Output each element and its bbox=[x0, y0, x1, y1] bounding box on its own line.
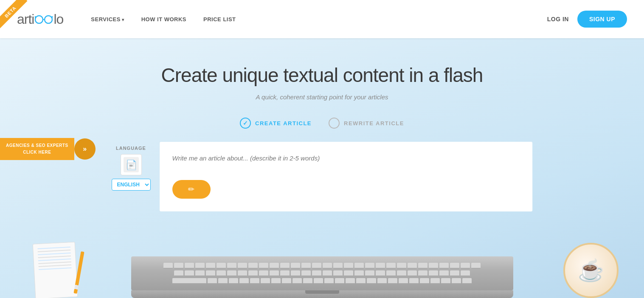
header: arti lo SERVICES HOW IT WORKS PRICE LIST… bbox=[0, 0, 644, 38]
key bbox=[195, 270, 205, 276]
key bbox=[227, 270, 236, 276]
notepad-line bbox=[37, 247, 70, 249]
header-right: LOG IN SIGN UP bbox=[547, 11, 627, 28]
key bbox=[238, 270, 247, 276]
nav-how-it-works[interactable]: HOW IT WORKS bbox=[135, 12, 193, 27]
key bbox=[333, 270, 343, 276]
language-flag: 📄 ✏ bbox=[121, 154, 142, 175]
nav-price-list[interactable]: PRICE LIST bbox=[197, 12, 242, 27]
laptop-body bbox=[131, 256, 513, 298]
notepad bbox=[33, 242, 78, 298]
key bbox=[282, 278, 291, 284]
key bbox=[291, 270, 300, 276]
key bbox=[261, 278, 270, 284]
key bbox=[163, 263, 173, 269]
key bbox=[386, 270, 396, 276]
rewrite-article-radio[interactable] bbox=[329, 118, 340, 129]
key bbox=[365, 270, 374, 276]
key bbox=[250, 278, 259, 284]
key bbox=[271, 278, 281, 284]
key bbox=[206, 270, 215, 276]
beta-label: BETA bbox=[0, 0, 28, 29]
key bbox=[292, 278, 302, 284]
rewrite-article-label: REWRITE ARTICLE bbox=[344, 120, 404, 127]
input-row bbox=[172, 155, 520, 171]
signup-button[interactable]: SIGN UP bbox=[577, 11, 627, 28]
notepad-line bbox=[38, 250, 71, 252]
key bbox=[238, 263, 247, 269]
key bbox=[471, 263, 481, 269]
laptop-base bbox=[131, 290, 513, 298]
beta-ribbon: BETA bbox=[0, 0, 34, 34]
key bbox=[399, 278, 408, 284]
svg-point-0 bbox=[35, 16, 43, 23]
key bbox=[365, 263, 374, 269]
key bbox=[397, 270, 406, 276]
key bbox=[418, 263, 427, 269]
notepad-line bbox=[38, 261, 71, 264]
notepad-line bbox=[38, 253, 71, 255]
key bbox=[185, 263, 194, 269]
laptop-decoration bbox=[131, 239, 513, 298]
key bbox=[323, 270, 332, 276]
key bbox=[301, 263, 311, 269]
key bbox=[301, 270, 311, 276]
key bbox=[259, 270, 268, 276]
laptop-notch bbox=[305, 290, 339, 294]
key bbox=[461, 263, 470, 269]
notepad-line bbox=[38, 264, 71, 267]
key bbox=[386, 263, 396, 269]
notepad-line bbox=[38, 259, 71, 261]
agencies-badge[interactable]: AGENCIES & SEO EXPERTS CLICK HERE » bbox=[0, 138, 96, 160]
agencies-text[interactable]: AGENCIES & SEO EXPERTS CLICK HERE bbox=[0, 138, 74, 160]
key bbox=[217, 270, 226, 276]
rewrite-article-option[interactable]: REWRITE ARTICLE bbox=[329, 118, 404, 129]
key bbox=[174, 263, 183, 269]
key bbox=[248, 263, 258, 269]
keyboard-row-2 bbox=[174, 270, 470, 276]
coffee-decoration: ☕ bbox=[563, 243, 619, 298]
agencies-arrow-button[interactable]: » bbox=[74, 138, 96, 160]
key-wide bbox=[172, 278, 206, 284]
create-article-radio[interactable] bbox=[240, 118, 251, 129]
key bbox=[420, 278, 429, 284]
input-area-wrapper: LANGUAGE 📄 ✏ ENGLISH SPANISH FRENCH GERM… bbox=[112, 141, 533, 212]
login-button[interactable]: LOG IN bbox=[547, 16, 569, 22]
key bbox=[280, 263, 290, 269]
key bbox=[376, 263, 385, 269]
key bbox=[239, 278, 249, 284]
key bbox=[346, 278, 355, 284]
laptop-keyboard bbox=[131, 256, 513, 290]
key bbox=[195, 263, 205, 269]
key bbox=[259, 263, 268, 269]
key bbox=[452, 278, 461, 284]
article-topic-input[interactable] bbox=[172, 155, 520, 171]
key bbox=[439, 263, 449, 269]
key bbox=[397, 263, 406, 269]
create-article-option[interactable]: CREATE ARTICLE bbox=[240, 118, 312, 129]
key bbox=[377, 278, 387, 284]
key bbox=[450, 263, 459, 269]
key bbox=[356, 278, 366, 284]
notepad-line bbox=[39, 267, 72, 270]
key bbox=[174, 270, 183, 276]
svg-point-1 bbox=[45, 16, 52, 23]
keyboard-row-1 bbox=[163, 263, 481, 269]
submit-button[interactable]: ✏ bbox=[172, 180, 211, 199]
key bbox=[376, 270, 385, 276]
language-dropdown[interactable]: ENGLISH SPANISH FRENCH GERMAN bbox=[112, 179, 151, 191]
main-nav: SERVICES HOW IT WORKS PRICE LIST bbox=[84, 12, 242, 27]
key bbox=[429, 263, 438, 269]
key bbox=[367, 278, 376, 284]
article-options: CREATE ARTICLE REWRITE ARTICLE bbox=[240, 118, 404, 129]
key bbox=[409, 278, 419, 284]
key bbox=[461, 270, 470, 276]
create-article-label: CREATE ARTICLE bbox=[255, 120, 312, 127]
pencil-icon: ✏ bbox=[188, 185, 194, 194]
key bbox=[185, 270, 194, 276]
key bbox=[408, 263, 417, 269]
key bbox=[227, 263, 236, 269]
nav-services[interactable]: SERVICES bbox=[84, 12, 130, 27]
key bbox=[217, 263, 226, 269]
key bbox=[208, 278, 217, 284]
